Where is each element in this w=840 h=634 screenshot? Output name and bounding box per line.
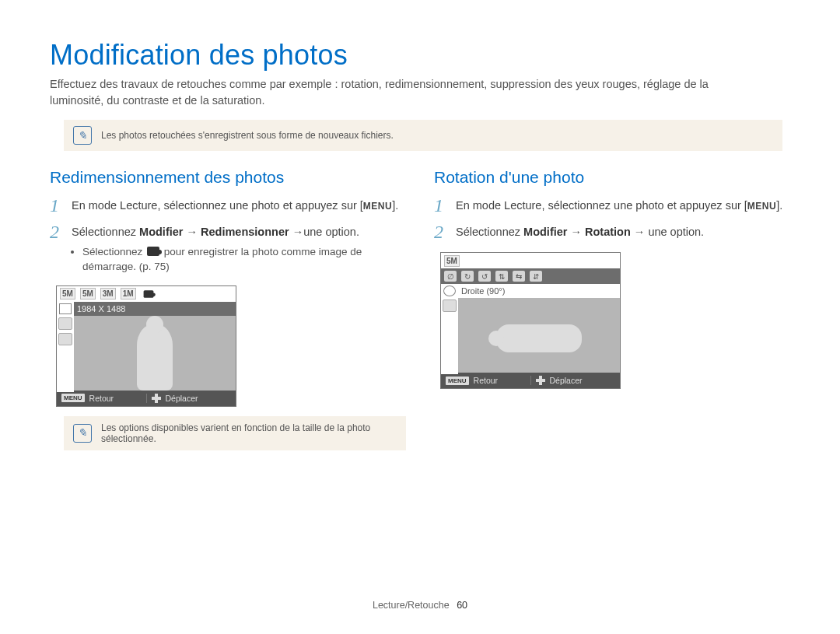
rotate-180-icon: ⇅ (495, 271, 508, 282)
resize-step-1: 1 En mode Lecture, sélectionnez une phot… (50, 196, 406, 215)
lcd-bottombar: MENU Retour Déplacer (57, 391, 236, 406)
step1-text-pre: En mode Lecture, sélectionnez une photo … (72, 199, 363, 212)
lcd-info: Droite (90°) (441, 284, 620, 298)
note-bottom: ✎ Les options disponibles varient en fon… (64, 416, 406, 450)
rotate-tool-icon (59, 303, 72, 314)
step2-pre: Sélectionnez (72, 226, 139, 238)
silhouette-icon (137, 324, 173, 391)
step2-rotation: Rotation (585, 226, 631, 238)
rotate-step-2: 2 Sélectionnez Modifier → Rotation → une… (434, 222, 790, 241)
lcd-sidebar (441, 298, 458, 374)
step2-post: une option. (303, 226, 359, 238)
bullet-pre: Sélectionnez (82, 246, 145, 257)
note-top: ✎ Les photos retouchées s'enregistrent s… (64, 120, 782, 151)
resize-step-2-bullet: Sélectionnez pour enregistrer la photo c… (82, 245, 406, 275)
step2-pre: Sélectionnez (456, 226, 523, 238)
step2-modifier: Modifier (139, 226, 183, 238)
column-resize: Redimensionnement des photos 1 En mode L… (50, 168, 406, 468)
footer-section: Lecture/Retouche (373, 600, 450, 611)
adjust-icon (443, 299, 457, 312)
note-icon: ✎ (73, 126, 92, 145)
lcd-resize: 5M 5M 3M 1M 1984 X 1488 (56, 285, 236, 407)
size-option-5m: 5M (60, 288, 75, 299)
step2-modifier: Modifier (523, 226, 567, 238)
step-number: 2 (434, 222, 453, 241)
rotate-step-1: 1 En mode Lecture, sélectionnez une phot… (434, 196, 790, 215)
dpad-icon (152, 394, 161, 403)
flip-v-icon: ⇵ (530, 271, 542, 282)
startup-image-icon (143, 290, 153, 298)
step1-text-post: ]. (776, 199, 782, 212)
lcd-back-label: Retour (474, 376, 499, 385)
palette-icon (443, 285, 456, 296)
rotate-left-icon: ↺ (478, 271, 491, 282)
lcd-preview (441, 298, 620, 373)
step-number: 2 (50, 222, 68, 275)
arrow-icon: → (289, 226, 304, 238)
dpad-icon (536, 376, 545, 385)
footer-page-number: 60 (457, 600, 467, 611)
lcd-move-label: Déplacer (166, 394, 198, 403)
note-icon: ✎ (73, 424, 92, 443)
arrow-icon: → (183, 226, 201, 238)
lcd-bottombar: MENU Retour Déplacer (441, 373, 620, 388)
lcd-preview (57, 316, 236, 391)
step2-redimensionner: Redimensionner (201, 226, 289, 238)
lcd-topbar: 5M (441, 253, 620, 268)
size-option-1m: 1M (121, 288, 136, 299)
menu-button-label: MENU (747, 200, 776, 213)
page-title: Modification des photos (50, 39, 790, 72)
intro-text: Effectuez des travaux de retouches comme… (50, 76, 765, 109)
step-number: 1 (50, 196, 68, 215)
size-option-3m: 3M (100, 288, 116, 299)
step-number: 1 (434, 196, 453, 215)
rotate-right-icon: ↻ (461, 271, 474, 282)
step1-text-post: ]. (392, 199, 398, 212)
size-option-5m: 5M (444, 255, 460, 267)
silhouette-icon (496, 324, 582, 352)
lcd-tools: ∅ ↻ ↺ ⇅ ⇆ ⇵ (441, 268, 620, 284)
lcd-info: 1984 X 1488 (57, 302, 236, 316)
flip-h-icon: ⇆ (513, 271, 525, 282)
startup-image-icon (147, 247, 159, 256)
heading-rotate: Rotation d'une photo (434, 168, 790, 187)
lcd-back-label: Retour (89, 394, 114, 403)
menu-button-icon: MENU (61, 394, 85, 402)
lcd-move-label: Déplacer (550, 376, 583, 385)
note-top-text: Les photos retouchées s'enregistrent sou… (101, 130, 394, 141)
resize-step-2: 2 Sélectionnez Modifier → Redimensionner… (50, 222, 406, 275)
size-option-5m: 5M (80, 288, 96, 299)
lcd-info-text: Droite (90°) (461, 286, 505, 296)
footer: Lecture/Retouche 60 (0, 600, 840, 611)
heading-resize: Redimensionnement des photos (50, 168, 406, 187)
palette-icon (58, 317, 72, 330)
lcd-sidebar (57, 316, 74, 392)
note-bottom-text: Les options disponibles varient en fonct… (101, 422, 397, 444)
lcd-rotate: 5M ∅ ↻ ↺ ⇅ ⇆ ⇵ Droite (90°) (440, 252, 621, 389)
adjust-icon (58, 333, 72, 345)
column-rotate: Rotation d'une photo 1 En mode Lecture, … (434, 168, 790, 468)
rotate-off-icon: ∅ (444, 271, 457, 282)
step1-text-pre: En mode Lecture, sélectionnez une photo … (456, 199, 747, 212)
lcd-info-text: 1984 X 1488 (77, 304, 125, 313)
lcd-topbar: 5M 5M 3M 1M (57, 286, 236, 302)
menu-button-label: MENU (363, 200, 392, 213)
menu-button-icon: MENU (446, 377, 469, 385)
step2-post: une option. (648, 226, 704, 238)
arrow-icon: → (631, 226, 649, 238)
arrow-icon: → (567, 226, 585, 238)
